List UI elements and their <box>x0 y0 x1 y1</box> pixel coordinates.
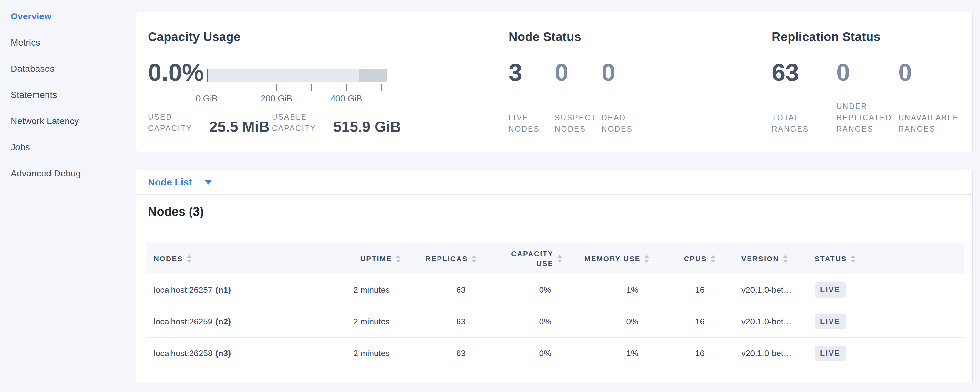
sidebar-item-jobs[interactable]: Jobs <box>0 134 135 160</box>
memory-use-cell: 1% <box>562 274 649 306</box>
uptime-cell: 2 minutes <box>318 338 401 369</box>
replicas-cell: 63 <box>401 274 477 306</box>
unavailable-ranges-value: 0 <box>898 60 912 84</box>
node-id: (n1) <box>215 285 231 295</box>
capacity-gauge <box>207 69 387 82</box>
column-header-cpus[interactable]: CPUS <box>649 254 716 264</box>
sidebar: Overview Metrics Databases Statements Ne… <box>0 0 135 392</box>
column-header-capacity-use[interactable]: CAPACITY USE <box>477 249 562 269</box>
capacity-use-cell: 0% <box>477 338 562 369</box>
sidebar-item-network-latency[interactable]: Network Latency <box>0 108 135 134</box>
sidebar-item-databases[interactable]: Databases <box>0 56 135 82</box>
table-row-node-3[interactable]: localhost:26258 (n3) 2 minutes 63 0% 1% … <box>146 338 964 370</box>
status-badge: LIVE <box>815 314 846 329</box>
usable-capacity-label: USABLE CAPACITY <box>272 112 327 135</box>
under-replicated-ranges-label: UNDER-REPLICATED RANGES <box>836 101 902 135</box>
node-address-link[interactable]: localhost:26257 <box>154 285 212 295</box>
memory-use-cell: 0% <box>562 306 649 337</box>
status-badge: LIVE <box>815 282 846 298</box>
unavailable-ranges-label: UNAVAILABLE RANGES <box>898 112 964 135</box>
total-ranges-value: 63 <box>772 60 799 84</box>
tick-label-400gib: 400 GiB <box>331 94 362 104</box>
column-header-nodes[interactable]: NODES <box>146 254 318 264</box>
replication-status-title: Replication Status <box>772 30 881 44</box>
sort-icon <box>783 255 788 263</box>
node-id: (n3) <box>215 348 231 359</box>
column-header-status[interactable]: STATUS <box>808 254 964 264</box>
capacity-use-cell: 0% <box>477 306 562 337</box>
uptime-cell: 2 minutes <box>318 274 401 306</box>
sort-icon <box>710 255 716 263</box>
tick-label-200gib: 200 GiB <box>261 94 293 104</box>
status-badge: LIVE <box>815 346 846 361</box>
node-address-link[interactable]: localhost:26258 <box>154 348 212 359</box>
node-status-title: Node Status <box>509 30 581 44</box>
live-nodes-label: LIVE NODES <box>509 112 554 135</box>
capacity-usage-title: Capacity Usage <box>148 30 240 44</box>
total-ranges-label: TOTAL RANGES <box>772 112 838 135</box>
suspect-nodes-value: 0 <box>555 60 568 84</box>
capacity-use-cell: 0% <box>477 274 562 306</box>
node-id: (n2) <box>215 317 231 327</box>
sidebar-item-overview[interactable]: Overview <box>0 3 135 29</box>
version-cell: v20.1.0-bet… <box>716 338 808 369</box>
version-cell: v20.1.0-bet… <box>716 274 808 306</box>
live-nodes-value: 3 <box>509 60 522 84</box>
capacity-gauge-axis <box>207 84 387 91</box>
node-list-dropdown[interactable]: Node List <box>148 177 212 188</box>
nodes-table: NODES UPTIME REPLICAS CAPACITY USE MEMOR… <box>146 243 964 370</box>
column-header-uptime[interactable]: UPTIME <box>318 254 401 264</box>
node-list-dropdown-label: Node List <box>148 177 192 188</box>
cpus-cell: 16 <box>649 306 716 337</box>
dead-nodes-value: 0 <box>601 60 615 84</box>
node-list-card: Node List Nodes (3) NODES UPTIME REPLICA… <box>135 170 972 383</box>
sidebar-item-metrics[interactable]: Metrics <box>0 29 135 56</box>
nodes-table-header: NODES UPTIME REPLICAS CAPACITY USE MEMOR… <box>146 243 964 274</box>
suspect-nodes-label: SUSPECT NODES <box>555 112 600 135</box>
cpus-cell: 16 <box>649 338 716 369</box>
column-header-replicas[interactable]: REPLICAS <box>401 254 477 264</box>
cpus-cell: 16 <box>649 274 716 306</box>
sort-icon <box>471 255 477 263</box>
sort-icon <box>187 255 192 263</box>
uptime-cell: 2 minutes <box>318 306 401 337</box>
usable-capacity-value: 515.9 GiB <box>333 119 401 135</box>
replicas-cell: 63 <box>401 338 477 369</box>
memory-use-cell: 1% <box>562 338 649 369</box>
chevron-down-icon <box>204 180 212 185</box>
sort-icon <box>396 255 401 263</box>
sort-icon <box>557 255 562 263</box>
replicas-cell: 63 <box>401 306 477 337</box>
tick-label-0gib: 0 GiB <box>196 94 218 104</box>
node-address-link[interactable]: localhost:26259 <box>154 317 212 327</box>
used-capacity-label: USED CAPACITY <box>148 112 203 135</box>
column-header-memory-use[interactable]: MEMORY USE <box>562 254 649 264</box>
usable-capacity-stat: USABLE CAPACITY 515.9 GiB <box>272 112 401 135</box>
capacity-gauge-tick-labels: 0 GiB 200 GiB 400 GiB <box>207 94 387 105</box>
sort-icon <box>644 255 649 263</box>
table-row-node-1[interactable]: localhost:26257 (n1) 2 minutes 63 0% 1% … <box>146 274 964 306</box>
capacity-used-percent: 0.0% <box>148 60 204 84</box>
dead-nodes-label: DEAD NODES <box>601 112 647 135</box>
under-replicated-ranges-value: 0 <box>836 60 850 84</box>
nodes-count-heading: Nodes (3) <box>148 205 204 219</box>
column-header-version[interactable]: VERSION <box>716 254 808 264</box>
capacity-gauge-free-segment <box>208 69 360 82</box>
version-cell: v20.1.0-bet… <box>716 306 808 337</box>
used-capacity-stat: USED CAPACITY 25.5 MiB <box>148 112 270 135</box>
sidebar-item-advanced-debug[interactable]: Advanced Debug <box>0 160 135 186</box>
used-capacity-value: 25.5 MiB <box>209 119 270 135</box>
sort-icon <box>851 255 856 263</box>
sidebar-item-statements[interactable]: Statements <box>0 82 135 108</box>
node-list-toolbar: Node List <box>136 170 972 194</box>
table-row-node-2[interactable]: localhost:26259 (n2) 2 minutes 63 0% 0% … <box>146 306 964 338</box>
cluster-summary-card: Capacity Usage 0.0% 0 GiB 200 GiB 400 Gi… <box>135 12 972 152</box>
capacity-gauge-reserved-segment <box>360 69 387 82</box>
